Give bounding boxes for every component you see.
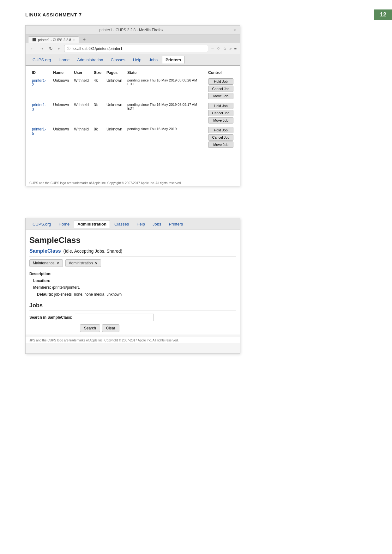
title-bar-1: printer1 - CUPS 2.2.8 - Mozilla Firefox … <box>26 26 240 35</box>
nav-administration-2[interactable]: Administration <box>74 220 110 228</box>
nav-printers-2[interactable]: Printers <box>166 220 186 228</box>
browser-tab-1[interactable]: ⬛ printer1 - CUPS 2.2.8 × <box>28 36 79 43</box>
lock-icon: ⓘ <box>67 46 70 51</box>
description-section: Description: Location: Members: /printer… <box>29 269 236 299</box>
job-state: pending since Thu 16 May 2019 08:09:17 A… <box>125 101 206 126</box>
tab-label-1: printer1 - CUPS 2.2.8 <box>38 38 71 42</box>
job-user: Withheld <box>71 101 91 126</box>
bookmark-icon[interactable]: ♡ <box>217 46 220 51</box>
address-bar-1: ← → ↻ ⌂ ⓘ localhost:631/printers/printer… <box>26 43 240 54</box>
job-control: Hold JobCancel JobMove Job <box>206 101 236 126</box>
nav-help-2[interactable]: Help <box>133 220 148 228</box>
cups-footer-1: CUPS and the CUPS logo are trademarks of… <box>26 180 240 186</box>
location-label: Location: <box>33 279 50 283</box>
maintenance-label: Maintenance <box>33 261 55 265</box>
tab-bar-1: ⬛ printer1 - CUPS 2.2.8 × + <box>26 35 240 43</box>
nav-classes-2[interactable]: Classes <box>111 220 132 228</box>
new-tab-button[interactable]: + <box>80 36 88 43</box>
home-button[interactable]: ⌂ <box>57 45 62 52</box>
refresh-button[interactable]: ↻ <box>48 45 54 52</box>
cups-footer-2: JPS and the CUPS logo are trademarks of … <box>26 337 240 343</box>
col-user: User <box>71 69 91 77</box>
col-name: Name <box>51 69 71 77</box>
back-button[interactable]: ← <box>29 45 36 52</box>
job-id-link[interactable]: printer1-3 <box>32 103 46 111</box>
cancel-job-button[interactable]: Cancel Job <box>208 110 233 116</box>
job-pages: Unknown <box>104 101 125 126</box>
job-name: Unknown <box>51 77 71 102</box>
members-label: Members: <box>33 285 51 290</box>
sample-class-subtitle-link[interactable]: SampleClass <box>29 248 61 254</box>
nav-cups-org-2[interactable]: CUPS.org <box>29 220 54 228</box>
administration-chevron: ∨ <box>95 261 98 265</box>
page-number-badge: 12 <box>374 9 392 20</box>
description-label: Description: <box>29 272 51 276</box>
job-id-link[interactable]: printer1-2 <box>32 78 46 87</box>
nav-printers-1[interactable]: Printers <box>162 56 184 63</box>
search-button[interactable]: Search <box>80 324 100 332</box>
nav-jobs-1[interactable]: Jobs <box>146 56 161 63</box>
close-window-button[interactable]: × <box>233 27 236 33</box>
job-control: Hold JobCancel JobMove Job <box>206 126 236 150</box>
col-state: State <box>125 69 206 77</box>
forward-button[interactable]: → <box>38 45 45 52</box>
col-id: ID <box>29 69 51 77</box>
address-input-1[interactable]: ⓘ localhost:631/printers/printer1 <box>64 45 208 52</box>
maintenance-chevron: ∨ <box>57 261 59 265</box>
table-header-row: ID Name User Size Pages State Control <box>29 69 236 77</box>
hold-job-button[interactable]: Hold Job <box>208 78 233 85</box>
window-title-1: printer1 - CUPS 2.2.8 - Mozilla Firefox <box>29 28 233 32</box>
content-area-2: SampleClass SampleClass (Idle, Accepting… <box>26 230 240 334</box>
nav-administration-1[interactable]: Administration <box>74 56 106 63</box>
hold-job-button[interactable]: Hold Job <box>208 103 233 109</box>
table-row: printer1-3UnknownWithheld3kUnknownpendin… <box>29 101 236 126</box>
table-row: printer1-5UnknownWithheld8kUnknownpendin… <box>29 126 236 150</box>
browser-window-1: printer1 - CUPS 2.2.8 - Mozilla Firefox … <box>25 25 240 186</box>
more-icon[interactable]: ··· <box>211 46 214 51</box>
job-name: Unknown <box>51 101 71 126</box>
control-row: Maintenance ∨ Administration ∨ <box>29 257 236 269</box>
cancel-job-button[interactable]: Cancel Job <box>208 86 233 92</box>
defaults-label: Defaults: <box>37 292 53 297</box>
nav-cups-org-1[interactable]: CUPS.org <box>29 56 54 63</box>
hamburger-icon[interactable]: ≡ <box>234 46 237 51</box>
job-state: pending since Thu 16 May 2019 <box>125 126 206 150</box>
job-size: 8k <box>91 126 104 150</box>
toolbar-icons: ··· ♡ ☆ » ≡ <box>211 46 237 51</box>
job-user: Withheld <box>71 126 91 150</box>
members-value: /printers/printer1 <box>52 285 80 290</box>
tab-close-button[interactable]: × <box>73 38 75 41</box>
clear-button[interactable]: Clear <box>102 324 119 332</box>
job-size: 3k <box>91 101 104 126</box>
search-buttons: Search Clear <box>80 324 236 332</box>
move-job-button[interactable]: Move Job <box>208 93 233 99</box>
job-id-link[interactable]: printer1-5 <box>32 127 46 136</box>
job-state: pending since Thu 16 May 2019 08:08:26 A… <box>125 77 206 102</box>
extend-icon[interactable]: » <box>229 46 232 51</box>
nav-classes-1[interactable]: Classes <box>108 56 129 63</box>
job-name: Unknown <box>51 126 71 150</box>
cups-nav-2: CUPS.org Home Administration Classes Hel… <box>26 218 240 230</box>
move-job-button[interactable]: Move Job <box>208 117 233 123</box>
maintenance-dropdown[interactable]: Maintenance ∨ <box>29 259 63 267</box>
content-area-1: ID Name User Size Pages State Control pr… <box>26 66 240 186</box>
job-pages: Unknown <box>104 77 125 102</box>
nav-jobs-2[interactable]: Jobs <box>149 220 164 228</box>
hold-job-button[interactable]: Hold Job <box>208 127 233 133</box>
nav-help-1[interactable]: Help <box>130 56 145 63</box>
job-user: Withheld <box>71 77 91 102</box>
nav-home-2[interactable]: Home <box>56 220 73 228</box>
subtitle-row: SampleClass (Idle, Accepting Jobs, Share… <box>29 246 236 257</box>
cancel-job-button[interactable]: Cancel Job <box>208 134 233 141</box>
search-row: Search in SampleClass: <box>29 310 236 324</box>
star-icon[interactable]: ☆ <box>223 46 227 51</box>
nav-home-1[interactable]: Home <box>56 56 73 63</box>
search-input[interactable] <box>75 314 154 321</box>
tab-favicon: ⬛ <box>32 38 36 41</box>
sample-class-main-title: SampleClass <box>29 233 236 246</box>
move-job-button[interactable]: Move Job <box>208 142 233 148</box>
administration-dropdown[interactable]: Administration ∨ <box>65 259 101 267</box>
desc-row: Description: <box>29 271 236 278</box>
browser-window-2: CUPS.org Home Administration Classes Hel… <box>25 218 240 354</box>
table-row: printer1-2UnknownWithheld4kUnknownpendin… <box>29 77 236 102</box>
